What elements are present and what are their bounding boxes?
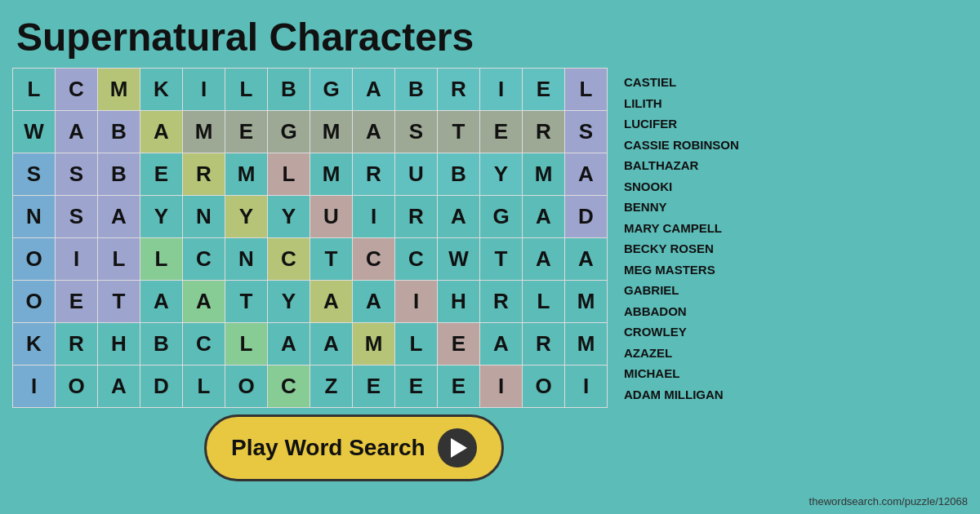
grid-cell: E: [523, 69, 565, 111]
grid-cell: G: [268, 111, 310, 153]
grid-cell: E: [438, 323, 480, 366]
play-word-search-button[interactable]: Play Word Search: [204, 414, 504, 481]
grid-cell: O: [523, 366, 565, 408]
grid-cell: A: [523, 238, 565, 281]
grid-cell: M: [183, 111, 225, 153]
word-search-grid: LCMKILBGABRIELWABAMEGMASTERSSSBERMLMRUBY…: [12, 68, 608, 408]
play-triangle-icon: [451, 438, 467, 458]
grid-cell: R: [183, 153, 225, 196]
play-button-label: Play Word Search: [231, 435, 425, 461]
word-list-item: GABRIEL: [624, 280, 746, 301]
play-button-container: Play Word Search: [204, 414, 504, 481]
grid-cell: A: [56, 111, 98, 153]
grid-cell: G: [480, 196, 523, 238]
grid-cell: Y: [268, 281, 310, 323]
grid-cell: S: [13, 153, 56, 196]
grid-cell: I: [565, 366, 608, 408]
grid-cell: I: [353, 196, 395, 238]
word-list-item: ABBADON: [624, 301, 746, 322]
grid-cell: R: [56, 323, 98, 366]
grid-cell: A: [480, 323, 523, 366]
grid-cell: A: [140, 111, 183, 153]
grid-cell: M: [353, 323, 395, 366]
word-list-item: AZAZEL: [624, 343, 746, 364]
grid-cell: U: [395, 153, 438, 196]
grid-cell: L: [523, 281, 565, 323]
grid-cell: L: [395, 323, 438, 366]
word-list-item: LUCIFER: [624, 113, 746, 135]
grid-cell: C: [353, 238, 395, 281]
grid-cell: R: [523, 323, 565, 366]
grid-cell: B: [98, 111, 140, 153]
grid-cell: E: [56, 281, 98, 323]
grid-cell: O: [13, 281, 56, 323]
grid-cell: W: [438, 238, 480, 281]
grid-cell: L: [225, 323, 268, 366]
grid-cell: I: [183, 69, 225, 111]
grid-cell: A: [523, 196, 565, 238]
grid-cell: M: [565, 323, 608, 366]
footer-url: thewordsearch.com/puzzle/12068: [809, 495, 968, 507]
grid-cell: E: [480, 111, 523, 153]
grid-cell: S: [56, 153, 98, 196]
grid-cell: R: [438, 69, 480, 111]
grid-cell: M: [310, 111, 353, 153]
grid-cell: E: [438, 366, 480, 408]
grid-cell: A: [310, 323, 353, 366]
grid-wrapper: LCMKILBGABRIELWABAMEGMASTERSSSBERMLMRUBY…: [12, 68, 608, 409]
grid-cell: L: [13, 69, 56, 111]
word-list-item: SNOOKI: [624, 176, 746, 197]
grid-cell: C: [56, 69, 98, 111]
grid-cell: A: [268, 323, 310, 366]
grid-cell: N: [225, 238, 268, 281]
play-icon: [438, 428, 477, 467]
grid-cell: M: [523, 153, 565, 196]
grid-cell: S: [395, 111, 438, 153]
grid-cell: T: [480, 238, 523, 281]
grid-cell: Y: [140, 196, 183, 238]
grid-cell: Y: [480, 153, 523, 196]
grid-cell: Y: [268, 196, 310, 238]
word-list-item: BENNY: [624, 197, 746, 218]
word-list: CASTIELLILITHLUCIFERCASSIE ROBINSONBALTH…: [616, 68, 755, 409]
grid-cell: S: [565, 111, 608, 153]
grid-cell: H: [98, 323, 140, 366]
grid-cell: T: [310, 238, 353, 281]
grid-cell: A: [183, 281, 225, 323]
grid-cell: K: [13, 323, 56, 366]
grid-cell: O: [225, 366, 268, 408]
grid-cell: K: [140, 69, 183, 111]
grid-cell: L: [140, 238, 183, 281]
grid-cell: C: [183, 238, 225, 281]
grid-cell: A: [565, 153, 608, 196]
grid-cell: A: [98, 366, 140, 408]
grid-cell: M: [565, 281, 608, 323]
word-list-item: LILITH: [624, 93, 746, 114]
grid-cell: O: [56, 366, 98, 408]
grid-cell: C: [183, 323, 225, 366]
grid-cell: M: [98, 69, 140, 111]
grid-cell: E: [353, 366, 395, 408]
grid-cell: A: [140, 281, 183, 323]
grid-cell: C: [395, 238, 438, 281]
grid-cell: I: [395, 281, 438, 323]
grid-cell: E: [140, 153, 183, 196]
grid-cell: O: [13, 238, 56, 281]
grid-cell: R: [480, 281, 523, 323]
grid-cell: L: [268, 153, 310, 196]
grid-cell: S: [56, 196, 98, 238]
grid-cell: A: [438, 196, 480, 238]
grid-cell: W: [13, 111, 56, 153]
grid-cell: B: [438, 153, 480, 196]
grid-cell: C: [268, 366, 310, 408]
grid-cell: L: [183, 366, 225, 408]
grid-cell: L: [98, 238, 140, 281]
grid-cell: B: [140, 323, 183, 366]
grid-cell: M: [310, 153, 353, 196]
grid-cell: R: [523, 111, 565, 153]
grid-cell: I: [13, 366, 56, 408]
word-list-item: CASTIEL: [624, 72, 746, 93]
grid-cell: E: [395, 366, 438, 408]
grid-cell: R: [353, 153, 395, 196]
grid-cell: T: [225, 281, 268, 323]
